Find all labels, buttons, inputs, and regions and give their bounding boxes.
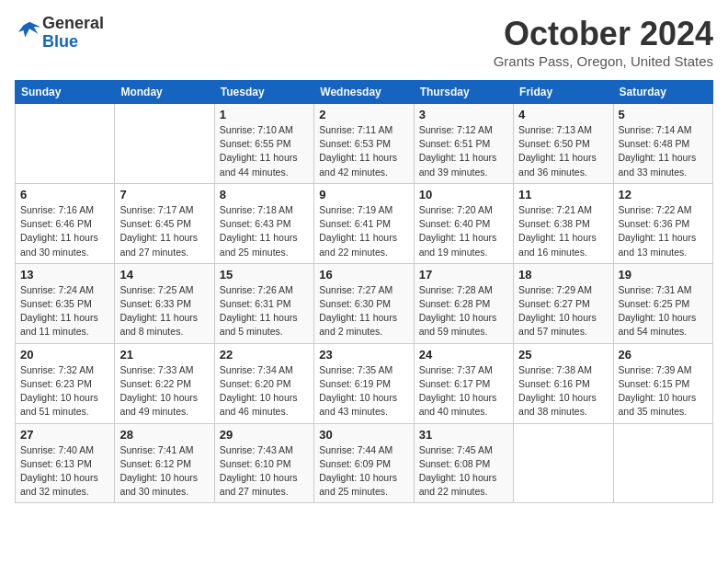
day-info: Sunrise: 7:24 AM Sunset: 6:35 PM Dayligh… (20, 283, 109, 339)
calendar-table: SundayMondayTuesdayWednesdayThursdayFrid… (15, 80, 713, 503)
calendar-cell: 30Sunrise: 7:44 AM Sunset: 6:09 PM Dayli… (314, 423, 414, 503)
day-number: 19 (619, 268, 708, 282)
day-info: Sunrise: 7:18 AM Sunset: 6:43 PM Dayligh… (220, 203, 309, 259)
calendar-cell: 2Sunrise: 7:11 AM Sunset: 6:53 PM Daylig… (314, 104, 414, 184)
day-info: Sunrise: 7:17 AM Sunset: 6:45 PM Dayligh… (119, 203, 209, 259)
day-number: 22 (220, 348, 309, 362)
calendar-cell (613, 423, 712, 503)
day-info: Sunrise: 7:21 AM Sunset: 6:38 PM Dayligh… (518, 203, 608, 259)
day-info: Sunrise: 7:33 AM Sunset: 6:22 PM Dayligh… (119, 363, 209, 419)
weekday-header-friday: Friday (514, 81, 613, 104)
calendar-cell: 7Sunrise: 7:17 AM Sunset: 6:45 PM Daylig… (115, 183, 214, 263)
weekday-header-sunday: Sunday (16, 81, 115, 104)
day-info: Sunrise: 7:22 AM Sunset: 6:36 PM Dayligh… (619, 203, 708, 259)
location-subtitle: Grants Pass, Oregon, United States (494, 53, 713, 69)
day-number: 3 (419, 108, 508, 121)
calendar-cell: 20Sunrise: 7:32 AM Sunset: 6:23 PM Dayli… (16, 343, 115, 423)
calendar-cell: 27Sunrise: 7:40 AM Sunset: 6:13 PM Dayli… (16, 423, 115, 503)
day-number: 23 (319, 348, 408, 362)
page-header: General Blue October 2024 Grants Pass, O… (15, 15, 713, 69)
calendar-cell: 13Sunrise: 7:24 AM Sunset: 6:35 PM Dayli… (16, 263, 115, 343)
day-number: 10 (419, 188, 508, 201)
calendar-cell: 4Sunrise: 7:13 AM Sunset: 6:50 PM Daylig… (514, 104, 613, 184)
calendar-cell: 24Sunrise: 7:37 AM Sunset: 6:17 PM Dayli… (414, 343, 513, 423)
day-number: 25 (518, 348, 608, 362)
weekday-header-monday: Monday (115, 81, 214, 104)
day-info: Sunrise: 7:12 AM Sunset: 6:51 PM Dayligh… (419, 123, 508, 179)
weekday-header-wednesday: Wednesday (314, 81, 414, 104)
calendar-cell: 19Sunrise: 7:31 AM Sunset: 6:25 PM Dayli… (613, 263, 712, 343)
day-info: Sunrise: 7:37 AM Sunset: 6:17 PM Dayligh… (419, 363, 508, 419)
weekday-header-saturday: Saturday (613, 81, 712, 104)
calendar-cell: 16Sunrise: 7:27 AM Sunset: 6:30 PM Dayli… (314, 263, 414, 343)
day-number: 6 (20, 188, 109, 201)
calendar-cell: 6Sunrise: 7:16 AM Sunset: 6:46 PM Daylig… (16, 183, 115, 263)
calendar-cell: 28Sunrise: 7:41 AM Sunset: 6:12 PM Dayli… (115, 423, 214, 503)
title-block: October 2024 Grants Pass, Oregon, United… (494, 15, 713, 69)
day-number: 15 (220, 268, 309, 282)
calendar-cell: 9Sunrise: 7:19 AM Sunset: 6:41 PM Daylig… (314, 183, 414, 263)
day-info: Sunrise: 7:28 AM Sunset: 6:28 PM Dayligh… (419, 283, 508, 339)
day-number: 5 (619, 108, 708, 121)
day-number: 16 (319, 268, 408, 282)
day-number: 18 (518, 268, 608, 282)
logo-bird-icon (17, 18, 42, 44)
day-info: Sunrise: 7:20 AM Sunset: 6:40 PM Dayligh… (419, 203, 508, 259)
day-number: 1 (220, 108, 309, 121)
day-number: 30 (319, 428, 408, 442)
calendar-cell: 1Sunrise: 7:10 AM Sunset: 6:55 PM Daylig… (214, 104, 313, 184)
day-info: Sunrise: 7:13 AM Sunset: 6:50 PM Dayligh… (518, 123, 608, 179)
day-info: Sunrise: 7:16 AM Sunset: 6:46 PM Dayligh… (20, 203, 109, 259)
day-number: 11 (518, 188, 608, 201)
day-info: Sunrise: 7:29 AM Sunset: 6:27 PM Dayligh… (518, 283, 608, 339)
day-info: Sunrise: 7:25 AM Sunset: 6:33 PM Dayligh… (119, 283, 209, 339)
weekday-header-thursday: Thursday (414, 81, 513, 104)
day-info: Sunrise: 7:35 AM Sunset: 6:19 PM Dayligh… (319, 363, 408, 419)
day-number: 7 (119, 188, 209, 201)
day-info: Sunrise: 7:27 AM Sunset: 6:30 PM Dayligh… (319, 283, 408, 339)
calendar-cell: 5Sunrise: 7:14 AM Sunset: 6:48 PM Daylig… (613, 104, 712, 184)
calendar-cell: 17Sunrise: 7:28 AM Sunset: 6:28 PM Dayli… (414, 263, 513, 343)
day-number: 31 (419, 428, 508, 442)
calendar-cell: 26Sunrise: 7:39 AM Sunset: 6:15 PM Dayli… (613, 343, 712, 423)
day-info: Sunrise: 7:14 AM Sunset: 6:48 PM Dayligh… (619, 123, 708, 179)
logo-text-line2: Blue (42, 33, 104, 52)
day-info: Sunrise: 7:31 AM Sunset: 6:25 PM Dayligh… (619, 283, 708, 339)
day-info: Sunrise: 7:32 AM Sunset: 6:23 PM Dayligh… (20, 363, 109, 419)
calendar-cell: 12Sunrise: 7:22 AM Sunset: 6:36 PM Dayli… (613, 183, 712, 263)
day-number: 24 (419, 348, 508, 362)
calendar-cell (16, 104, 115, 184)
logo: General Blue (15, 15, 104, 52)
svg-marker-0 (18, 22, 40, 38)
day-number: 20 (20, 348, 109, 362)
day-number: 9 (319, 188, 408, 201)
day-info: Sunrise: 7:34 AM Sunset: 6:20 PM Dayligh… (220, 363, 309, 419)
calendar-cell: 31Sunrise: 7:45 AM Sunset: 6:08 PM Dayli… (414, 423, 513, 503)
calendar-cell (115, 104, 214, 184)
day-number: 26 (619, 348, 708, 362)
day-info: Sunrise: 7:39 AM Sunset: 6:15 PM Dayligh… (619, 363, 708, 419)
day-info: Sunrise: 7:38 AM Sunset: 6:16 PM Dayligh… (518, 363, 608, 419)
day-info: Sunrise: 7:43 AM Sunset: 6:10 PM Dayligh… (220, 443, 309, 500)
day-number: 17 (419, 268, 508, 282)
calendar-cell: 11Sunrise: 7:21 AM Sunset: 6:38 PM Dayli… (514, 183, 613, 263)
calendar-cell: 21Sunrise: 7:33 AM Sunset: 6:22 PM Dayli… (115, 343, 214, 423)
month-title: October 2024 (494, 15, 713, 53)
calendar-cell: 25Sunrise: 7:38 AM Sunset: 6:16 PM Dayli… (514, 343, 613, 423)
calendar-cell (514, 423, 613, 503)
weekday-header-tuesday: Tuesday (214, 81, 313, 104)
calendar-cell: 3Sunrise: 7:12 AM Sunset: 6:51 PM Daylig… (414, 104, 513, 184)
day-number: 27 (20, 428, 109, 442)
calendar-cell: 18Sunrise: 7:29 AM Sunset: 6:27 PM Dayli… (514, 263, 613, 343)
day-info: Sunrise: 7:10 AM Sunset: 6:55 PM Dayligh… (220, 123, 309, 179)
day-info: Sunrise: 7:44 AM Sunset: 6:09 PM Dayligh… (319, 443, 408, 500)
calendar-cell: 14Sunrise: 7:25 AM Sunset: 6:33 PM Dayli… (115, 263, 214, 343)
day-info: Sunrise: 7:41 AM Sunset: 6:12 PM Dayligh… (119, 443, 209, 500)
calendar-cell: 15Sunrise: 7:26 AM Sunset: 6:31 PM Dayli… (214, 263, 313, 343)
calendar-cell: 8Sunrise: 7:18 AM Sunset: 6:43 PM Daylig… (214, 183, 313, 263)
day-number: 28 (119, 428, 209, 442)
day-number: 13 (20, 268, 109, 282)
calendar-cell: 23Sunrise: 7:35 AM Sunset: 6:19 PM Dayli… (314, 343, 414, 423)
calendar-cell: 29Sunrise: 7:43 AM Sunset: 6:10 PM Dayli… (214, 423, 313, 503)
day-info: Sunrise: 7:40 AM Sunset: 6:13 PM Dayligh… (20, 443, 109, 500)
